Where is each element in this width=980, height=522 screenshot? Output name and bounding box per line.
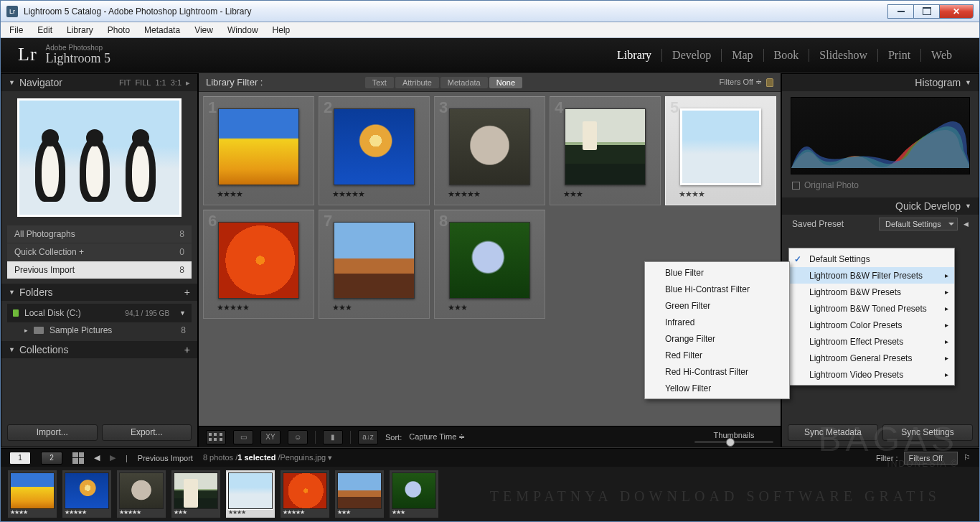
rating-stars[interactable]: ★★★★★ xyxy=(209,303,308,312)
filmstrip-cell[interactable]: ★★★ xyxy=(390,470,438,518)
grid-icon[interactable] xyxy=(72,452,84,464)
filmstrip-cell[interactable]: ★★★★ xyxy=(8,470,57,518)
grid-cell[interactable]: 6★★★★★ xyxy=(203,210,314,319)
filmstrip-cell[interactable]: ★★★★★ xyxy=(62,470,111,518)
nav-zoom-1-1[interactable]: 1:1 xyxy=(155,78,166,88)
menu-item[interactable]: Red Hi-Contrast Filter xyxy=(645,363,789,380)
menu-item[interactable]: Orange Filter xyxy=(645,330,789,347)
rating-stars[interactable]: ★★★ xyxy=(556,190,654,199)
lock-icon[interactable] xyxy=(766,78,773,87)
rating-stars[interactable]: ★★★★ xyxy=(672,190,770,199)
filmstrip-cell[interactable]: ★★★ xyxy=(335,470,384,518)
menu-view[interactable]: View xyxy=(189,24,219,37)
collections-header[interactable]: ▼ Collections + xyxy=(1,341,197,358)
nav-zoom-3-1[interactable]: 3:1 xyxy=(171,78,182,88)
compare-view-icon[interactable]: ▭ xyxy=(233,430,253,444)
sync-settings-button[interactable]: Sync Settings xyxy=(882,424,973,441)
chevron-right-icon[interactable]: ▸ xyxy=(186,78,190,88)
menu-item[interactable]: Infrared xyxy=(645,314,789,330)
menu-help[interactable]: Help xyxy=(267,24,296,37)
module-slideshow[interactable]: Slideshow xyxy=(809,49,878,62)
menu-item[interactable]: Lightroom Video Presets xyxy=(789,366,954,383)
grid-cell[interactable]: 2★★★★★ xyxy=(319,96,430,205)
plus-icon[interactable]: + xyxy=(184,286,190,298)
menu-library[interactable]: Library xyxy=(61,24,99,37)
filmstrip-cell[interactable]: ★★★★★ xyxy=(281,470,329,518)
menu-item[interactable]: Lightroom B&W Toned Presets xyxy=(789,300,954,317)
chevron-down-icon[interactable]: ▼ xyxy=(179,309,186,317)
grid-cell[interactable]: 5★★★★ xyxy=(665,96,776,205)
rating-stars[interactable]: ★★★★★ xyxy=(325,190,423,199)
filmstrip-cell[interactable]: ★★★★ xyxy=(226,470,275,518)
nav-zoom-fill[interactable]: FILL xyxy=(135,78,151,88)
menu-edit[interactable]: Edit xyxy=(32,24,58,37)
filter-seg-text[interactable]: Text xyxy=(365,77,394,88)
maximize-button[interactable] xyxy=(913,4,940,19)
import-button[interactable]: Import... xyxy=(7,424,98,441)
people-view-icon[interactable]: ☺ xyxy=(288,430,308,444)
rating-stars[interactable]: ★★★★ xyxy=(209,190,308,199)
grid-cell[interactable]: 8★★★ xyxy=(434,210,545,319)
module-print[interactable]: Print xyxy=(878,49,921,62)
disk-row[interactable]: Local Disk (C:) 94,1 / 195 GB ▼ xyxy=(7,304,192,322)
menu-item[interactable]: Blue Hi-Contrast Filter xyxy=(645,281,789,297)
catalog-item[interactable]: All Photographs8 xyxy=(7,225,192,243)
flag-icon[interactable]: ⚐ xyxy=(963,453,971,462)
filter-seg-attribute[interactable]: Attribute xyxy=(395,77,439,88)
quick-develop-header[interactable]: Quick Develop▼ xyxy=(782,197,979,215)
filter-seg-metadata[interactable]: Metadata xyxy=(440,77,488,88)
forward-icon[interactable]: ▶ xyxy=(110,453,116,462)
menu-photo[interactable]: Photo xyxy=(102,24,136,37)
module-develop[interactable]: Develop xyxy=(662,49,722,62)
grid-cell[interactable]: 3★★★★★ xyxy=(434,96,545,205)
sort-dropdown[interactable]: Capture Time ≑ xyxy=(409,432,465,442)
histogram-header[interactable]: Histogram▼ xyxy=(782,74,979,91)
filmstrip-filter-dropdown[interactable]: Filters Off xyxy=(904,452,958,465)
menu-item[interactable]: Blue Filter xyxy=(645,264,789,281)
filter-seg-none[interactable]: None xyxy=(489,77,522,88)
breadcrumb[interactable]: Previous Import xyxy=(138,454,193,462)
menu-item[interactable]: Red Filter xyxy=(645,347,789,363)
menu-window[interactable]: Window xyxy=(222,24,264,37)
sort-direction-icon[interactable]: a↓z xyxy=(358,430,378,444)
catalog-item[interactable]: Quick Collection +0 xyxy=(7,243,192,261)
survey-view-icon[interactable]: XY xyxy=(260,430,281,444)
filmstrip-cell[interactable]: ★★★ xyxy=(171,470,220,518)
menu-file[interactable]: File xyxy=(4,24,29,37)
navigator-preview[interactable] xyxy=(1,91,197,221)
menu-item[interactable]: Default Settings xyxy=(789,251,954,267)
menu-item[interactable]: Lightroom Color Presets xyxy=(789,317,954,333)
original-photo-checkbox[interactable] xyxy=(792,182,800,190)
module-book[interactable]: Book xyxy=(764,49,810,62)
histogram-display[interactable] xyxy=(791,97,970,174)
module-map[interactable]: Map xyxy=(722,49,763,62)
menu-item[interactable]: Green Filter xyxy=(645,297,789,314)
folders-header[interactable]: ▼ Folders + xyxy=(1,284,197,301)
back-icon[interactable]: ◀ xyxy=(94,453,100,462)
nav-zoom-fit[interactable]: FIT xyxy=(119,78,131,88)
export-button[interactable]: Export... xyxy=(102,424,192,441)
thumbnail-size-slider[interactable] xyxy=(694,441,773,443)
menu-metadata[interactable]: Metadata xyxy=(138,24,186,37)
rating-stars[interactable]: ★★★ xyxy=(325,303,423,312)
rating-stars[interactable]: ★★★★★ xyxy=(440,190,539,199)
minimize-button[interactable] xyxy=(887,4,914,19)
menu-item[interactable]: Lightroom B&W Presets xyxy=(789,284,954,300)
close-button[interactable] xyxy=(939,4,974,19)
navigator-header[interactable]: ▼ Navigator FITFILL1:13:1▸ xyxy=(1,74,197,91)
module-web[interactable]: Web xyxy=(921,49,962,62)
primary-display-button[interactable]: 1 xyxy=(9,452,31,465)
painter-icon[interactable]: ▮ xyxy=(323,430,343,444)
menu-item[interactable]: Lightroom Effect Presets xyxy=(789,333,954,350)
rating-stars[interactable]: ★★★ xyxy=(440,303,539,312)
folder-item[interactable]: ▸Sample Pictures8 xyxy=(7,322,192,338)
menu-item[interactable]: Yellow Filter xyxy=(645,380,789,396)
filters-off-dropdown[interactable]: Filters Off ≑ xyxy=(719,78,762,87)
collapse-icon[interactable]: ◀ xyxy=(963,220,969,228)
grid-cell[interactable]: 7★★★ xyxy=(319,210,430,319)
menu-item[interactable]: Lightroom B&W Filter Presets xyxy=(789,267,954,284)
plus-icon[interactable]: + xyxy=(184,344,190,355)
saved-preset-dropdown[interactable]: Default Settings xyxy=(879,218,958,230)
menu-item[interactable]: Lightroom General Presets xyxy=(789,350,954,366)
grid-cell[interactable]: 4★★★ xyxy=(550,96,661,205)
